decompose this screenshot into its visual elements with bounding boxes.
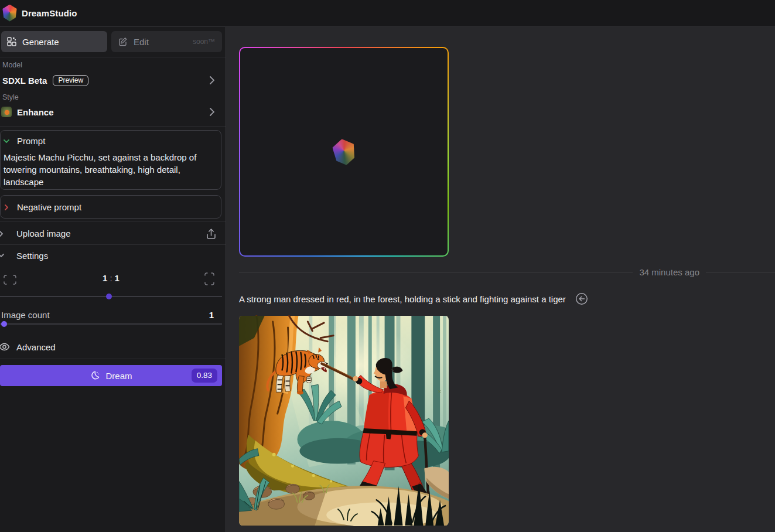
divider (0, 57, 226, 57)
portrait-aspect-icon[interactable] (204, 272, 214, 285)
tab-edit-soon-badge: soon™ (193, 37, 215, 46)
model-selector[interactable]: SDXL Beta Preview (0, 73, 222, 88)
image-count-row: Image count 1 (0, 309, 222, 320)
aspect-right: 1 (115, 273, 120, 283)
sidebar: Generate Edit soon™ Model SDXL Beta Prev… (0, 27, 226, 532)
negative-prompt-header: Negative prompt (1, 196, 221, 212)
prompt-card: Prompt Majestic Machu Picchu, set agains… (0, 130, 221, 190)
prompt-header[interactable]: Prompt (1, 131, 221, 146)
divider-line (706, 272, 775, 272)
divider (0, 126, 226, 127)
chevron-down-icon (3, 138, 10, 145)
dream-button-label: Dream (105, 371, 132, 381)
image-count-slider[interactable] (0, 321, 222, 327)
history-prompt-text: A strong man dressed in red, in the fore… (239, 294, 566, 304)
generated-image-art (239, 315, 449, 526)
generation-placeholder-inner (240, 48, 448, 255)
style-value: Enhance (17, 107, 54, 117)
advanced-label: Advanced (16, 342, 56, 352)
style-label: Style (2, 93, 19, 101)
chevron-right-icon (209, 107, 215, 117)
style-selector[interactable]: Enhance (0, 105, 222, 119)
slider-handle[interactable] (106, 294, 112, 299)
slider-handle[interactable] (1, 321, 7, 327)
history-prompt-row: A strong man dressed in red, in the fore… (239, 292, 588, 305)
dream-price-badge: 0.83 (192, 369, 217, 383)
model-preview-badge: Preview (53, 75, 88, 86)
divider (0, 244, 226, 245)
advanced-row[interactable]: Advanced (0, 340, 222, 354)
divider (0, 359, 226, 359)
tab-generate[interactable]: Generate (1, 31, 107, 52)
eye-icon (0, 342, 10, 352)
image-count-value: 1 (209, 310, 214, 320)
tab-edit-label: Edit (134, 37, 149, 47)
header: DreamStudio (0, 0, 775, 26)
aspect-ratio-slider[interactable] (0, 294, 222, 299)
history-divider: 34 minutes ago (239, 267, 775, 277)
chevron-down-icon (0, 252, 5, 259)
app-title: DreamStudio (22, 8, 77, 18)
image-count-label: Image count (1, 310, 50, 320)
generated-image[interactable] (239, 315, 449, 526)
prompt-input[interactable]: Majestic Machu Picchu, set against a bac… (1, 146, 221, 188)
tab-generate-label: Generate (22, 37, 59, 47)
negative-prompt-card[interactable]: Negative prompt (0, 195, 221, 219)
aspect-separator: : (107, 273, 114, 283)
loading-spinner-icon (330, 137, 358, 166)
chevron-right-icon (0, 230, 5, 237)
settings-row[interactable]: Settings (0, 248, 222, 262)
slider-track (0, 323, 222, 325)
settings-label: Settings (16, 251, 48, 261)
upload-image-row[interactable]: Upload image (0, 222, 222, 245)
negative-prompt-label: Negative prompt (17, 202, 81, 212)
dreamstudio-app: DreamStudio Generate (0, 0, 775, 532)
pencil-square-icon (118, 37, 128, 46)
history-timestamp: 34 minutes ago (639, 267, 699, 277)
prompt-label: Prompt (17, 136, 45, 146)
dreamstudio-logo-icon (2, 5, 18, 22)
style-thumbnail-icon (1, 107, 12, 117)
grid-icon (7, 37, 16, 46)
divider-line (239, 272, 633, 272)
model-label: Model (2, 61, 22, 69)
tab-edit[interactable]: Edit soon™ (111, 31, 222, 52)
aspect-ratio-value: 1:1 (0, 273, 222, 283)
generation-placeholder (239, 47, 449, 257)
crescent-moon-icon (90, 370, 100, 381)
dream-button[interactable]: Dream 0.83 (0, 365, 222, 386)
model-value: SDXL Beta (2, 76, 47, 86)
chevron-right-icon (3, 204, 10, 211)
upload-image-label: Upload image (16, 229, 71, 238)
chevron-right-icon (209, 76, 215, 85)
upload-icon[interactable] (206, 228, 217, 240)
reuse-prompt-button[interactable] (575, 292, 588, 305)
